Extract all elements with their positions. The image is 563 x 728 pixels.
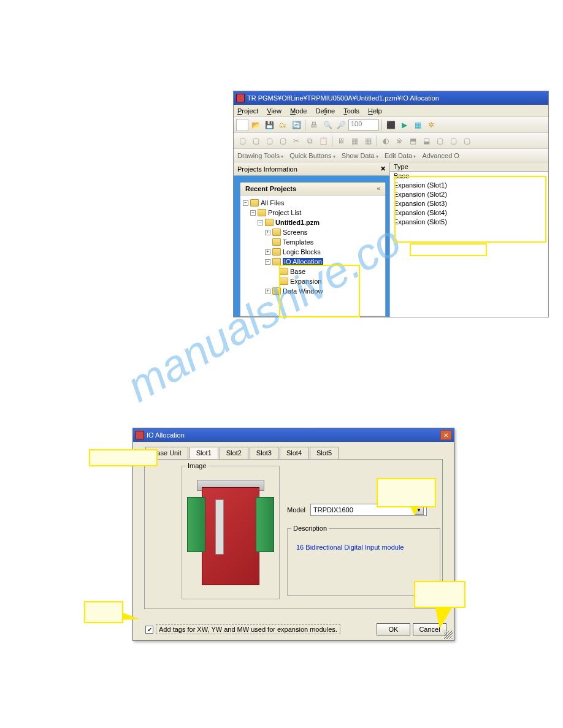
new-icon[interactable]: ▾	[236, 119, 248, 131]
tab-slot2[interactable]: Slot2	[220, 447, 248, 459]
zoom-combo[interactable]: 100	[348, 119, 379, 131]
addtags-label: Add tags for XW, YW and MW used for expa…	[156, 624, 340, 634]
gear-icon[interactable]: ✲	[425, 119, 437, 131]
close-button[interactable]: ✕	[440, 430, 451, 440]
tab-slot4[interactable]: Slot4	[280, 447, 308, 459]
image-label: Image	[186, 462, 209, 469]
toolstrip-drawing[interactable]: Drawing Tools	[237, 152, 283, 159]
type-item-slot5[interactable]: Expansion (Slot5)	[390, 218, 548, 227]
app-icon	[236, 94, 245, 102]
tb-icon[interactable]: ▦	[362, 135, 374, 147]
tb-icon[interactable]: ※	[393, 135, 405, 147]
type-item-slot4[interactable]: Expansion (Slot4)	[390, 209, 548, 218]
model-value: TRPDIX1600	[313, 506, 353, 514]
tb-icon[interactable]: ▦	[348, 135, 361, 147]
tree-node-project[interactable]: −Untitled1.pzm	[243, 218, 383, 227]
tree-node-base[interactable]: Base	[243, 267, 383, 276]
menubar: Project View Mode Define Tools Help	[234, 105, 548, 117]
tb-icon[interactable]: ⬓	[420, 135, 432, 147]
resize-grip[interactable]	[444, 631, 453, 639]
grid-icon[interactable]: ▦	[412, 119, 424, 131]
stop-icon[interactable]: ⬛	[385, 119, 397, 131]
addtags-checkbox[interactable]: ✔	[145, 626, 153, 634]
dialog-icon	[136, 431, 144, 439]
callout-ok	[414, 581, 465, 608]
toolstrip-advanced[interactable]: Advanced O	[422, 152, 459, 159]
zoom-out-icon[interactable]: 🔎	[335, 119, 347, 131]
tb-icon[interactable]: 🖥	[335, 135, 347, 147]
menu-tools[interactable]: Tools	[343, 107, 359, 115]
description-label: Description	[291, 525, 329, 532]
transfer-icon[interactable]: 🔄	[290, 119, 302, 131]
tb-icon[interactable]: ▢	[434, 135, 446, 147]
tree-node-datawindow[interactable]: +Data Window	[243, 286, 383, 296]
ok-button[interactable]: OK	[377, 623, 410, 635]
tab-slot5[interactable]: Slot5	[310, 447, 339, 459]
tree-node-projectlist[interactable]: −Project List	[243, 208, 383, 218]
device-image	[191, 475, 270, 591]
titlebar: TR PGMS¥OffLine¥TRPMIU0500A¥Untitled1.pz…	[234, 91, 548, 105]
main-window: TR PGMS¥OffLine¥TRPMIU0500A¥Untitled1.pz…	[233, 91, 549, 317]
paste-icon[interactable]: 📋	[317, 135, 329, 147]
tb-icon[interactable]: ▢	[263, 135, 275, 147]
tb-icon[interactable]: ◐	[380, 135, 392, 147]
zoom-in-icon[interactable]: 🔍	[321, 119, 334, 131]
dialog-title: IO Allocation	[147, 431, 185, 439]
tb-icon[interactable]: ▢	[277, 135, 289, 147]
type-item-slot2[interactable]: Expansion (Slot2)	[390, 191, 548, 200]
tab-slot3[interactable]: Slot3	[250, 447, 278, 459]
tree-node-templates[interactable]: Templates	[243, 237, 383, 247]
play-icon[interactable]: ▶	[398, 119, 410, 131]
callout-tabs	[89, 449, 158, 466]
tree-node-ioallocation[interactable]: −IO Allocation	[243, 257, 383, 267]
menu-mode[interactable]: Mode	[290, 107, 307, 115]
copy-icon[interactable]: ⧉	[304, 135, 316, 147]
chevron-up-icon: «	[377, 185, 380, 192]
toolstrip-showdata[interactable]: Show Data	[342, 152, 378, 159]
window-title: TR PGMS¥OffLine¥TRPMIU0500A¥Untitled1.pz…	[247, 94, 439, 102]
callout-model	[377, 478, 436, 507]
menu-view[interactable]: View	[267, 107, 282, 115]
tree-node-logicblocks[interactable]: +Logic Blocks	[243, 247, 383, 257]
cut-icon[interactable]: ✂	[290, 135, 302, 147]
tree-node-expansion[interactable]: Expansion	[243, 276, 383, 286]
toolstrip-quick[interactable]: Quick Buttons	[289, 152, 335, 159]
tb-icon[interactable]: ▢	[461, 135, 473, 147]
tree-node-allfiles[interactable]: −All Files	[243, 198, 383, 208]
toolstrip-editdata[interactable]: Edit Data	[385, 152, 416, 159]
close-icon[interactable]: ✕	[380, 165, 386, 173]
projects-panel-header: Projects Information ✕	[234, 162, 389, 176]
type-item-base[interactable]: Base	[390, 172, 548, 181]
open-icon[interactable]: 📂	[250, 119, 262, 131]
menu-define[interactable]: Define	[315, 107, 335, 115]
tree-node-screens[interactable]: +Screens	[243, 227, 383, 237]
type-panel: Type Base Expansion (Slot1) Expansion (S…	[390, 162, 548, 317]
projects-panel: Projects Information ✕ Recent Projects «…	[234, 162, 390, 317]
type-item-slot1[interactable]: Expansion (Slot1)	[390, 181, 548, 191]
tb-icon[interactable]: ▢	[236, 135, 248, 147]
tab-row: Base Unit Slot1 Slot2 Slot3 Slot4 Slot5	[133, 442, 454, 459]
menu-project[interactable]: Project	[237, 107, 258, 115]
menu-help[interactable]: Help	[368, 107, 382, 115]
save-icon[interactable]: 💾	[263, 119, 275, 131]
tb-icon[interactable]: ⬒	[407, 135, 419, 147]
toolbar-1: ▾ 📂 💾 🗂 🔄 🖶 🔍 🔎 100 ⬛ ▶ ▦ ✲	[234, 117, 548, 133]
tb-icon[interactable]: ▢	[250, 135, 262, 147]
toolstrip: Drawing Tools Quick Buttons Show Data Ed…	[234, 149, 548, 162]
tb-icon[interactable]: ▢	[447, 135, 459, 147]
type-column-header[interactable]: Type	[390, 162, 548, 172]
io-allocation-dialog: IO Allocation ✕ Base Unit Slot1 Slot2 Sl…	[132, 428, 454, 641]
dialog-bottom-row: ✔ Add tags for XW, YW and MW used for ex…	[145, 623, 446, 635]
type-item-slot3[interactable]: Expansion (Slot3)	[390, 200, 548, 209]
recent-projects-label: Recent Projects	[245, 185, 296, 192]
image-fieldset: Image	[182, 466, 280, 599]
print-icon[interactable]: 🖶	[308, 119, 320, 131]
tab-slot1[interactable]: Slot1	[190, 447, 218, 459]
callout-checkbox	[84, 601, 123, 623]
projects-panel-title: Projects Information	[237, 165, 297, 173]
saveall-icon[interactable]: 🗂	[277, 119, 289, 131]
project-tree: −All Files −Project List −Untitled1.pzm …	[240, 195, 385, 316]
recent-projects-header[interactable]: Recent Projects «	[240, 183, 385, 195]
toolbar-2: ▢ ▢ ▢ ▢ ✂ ⧉ 📋 🖥 ▦ ▦ ◐ ※ ⬒ ⬓ ▢ ▢ ▢	[234, 133, 548, 149]
description-text: 16 Bidirectional Digital Input module	[293, 534, 435, 561]
